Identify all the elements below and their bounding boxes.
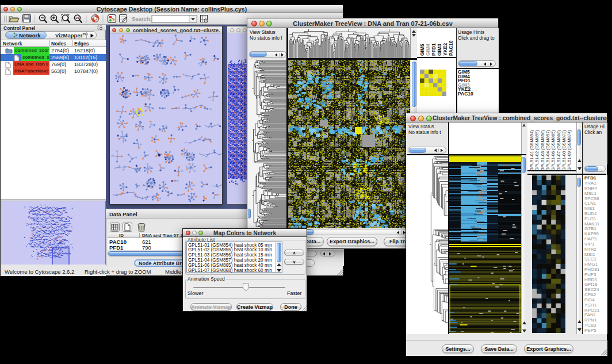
svg-text:HMG1: HMG1 <box>584 262 598 267</box>
svg-text:MSI1: MSI1 <box>584 252 595 257</box>
svg-text:RPO21: RPO21 <box>584 308 600 313</box>
svg-text:YKE2: YKE2 <box>442 43 448 56</box>
svg-text:HRD3: HRD3 <box>584 277 597 282</box>
svg-text:ELG1: ELG1 <box>584 216 596 221</box>
svg-text:PAC10: PAC10 <box>448 40 454 56</box>
svg-text:GPI16: GPI16 <box>584 282 598 287</box>
svg-text:PEP5: PEP5 <box>584 328 596 333</box>
svg-text:GPL51-09 (GSM874): GPL51-09 (GSM874) <box>567 130 572 171</box>
svg-text:YSH1: YSH1 <box>584 302 596 308</box>
svg-text:SEC24: SEC24 <box>584 287 599 292</box>
svg-text:HAP3: HAP3 <box>584 236 596 242</box>
svg-text:GPL51-04 (GSM857): GPL51-04 (GSM857) <box>545 130 550 171</box>
svg-text:VIP1: VIP1 <box>584 242 595 247</box>
svg-text:GIM3: GIM3 <box>437 44 442 56</box>
svg-text:GPL51-07 (GSM868): GPL51-07 (GSM868) <box>556 130 561 171</box>
svg-text:CPA2: CPA2 <box>584 292 596 297</box>
svg-text:PUF3: PUF3 <box>584 272 596 277</box>
svg-text:GPL51-02 (GSM855): GPL51-02 (GSM855) <box>534 130 540 171</box>
svg-text:GPL51-01 (GSM854): GPL51-01 (GSM854) <box>529 130 534 171</box>
svg-text:PAN1: PAN1 <box>584 312 596 317</box>
svg-text:GIM4: GIM4 <box>425 44 431 56</box>
svg-text:RNR4: RNR4 <box>584 186 597 191</box>
svg-text:GPL51-08 (GSM872): GPL51-08 (GSM872) <box>561 130 567 171</box>
svg-text:Search:: Search: <box>132 16 152 22</box>
svg-text:PFD1: PFD1 <box>431 43 437 56</box>
svg-text:SEC1: SEC1 <box>584 256 596 262</box>
svg-text:GPL51-06 (GSM865): GPL51-06 (GSM865) <box>550 130 556 171</box>
svg-text:FIG4: FIG4 <box>584 297 595 302</box>
svg-text:NIS1: NIS1 <box>584 206 595 211</box>
svg-text:GPL51-03 (GSM856): GPL51-03 (GSM856) <box>540 130 545 171</box>
svg-text:PHO81: PHO81 <box>584 267 600 272</box>
svg-text:TCB3: TCB3 <box>584 323 596 328</box>
svg-text:MSL1: MSL1 <box>584 191 596 196</box>
svg-text:SPC98: SPC98 <box>584 196 599 201</box>
svg-text:PFD1: PFD1 <box>584 175 596 181</box>
svg-text:NTR2: NTR2 <box>584 247 596 252</box>
svg-text:GIM5: GIM5 <box>419 44 425 56</box>
svg-text:RPN1: RPN1 <box>584 317 597 323</box>
svg-text:CLN1: CLN1 <box>584 201 596 206</box>
svg-text:BUD4: BUD4 <box>584 211 597 216</box>
svg-text:1:1: 1:1 <box>75 16 79 20</box>
svg-text:MON2: MON2 <box>584 333 598 334</box>
svg-text:KAP95: KAP95 <box>584 231 599 236</box>
svg-text:MAK31: MAK31 <box>584 221 600 227</box>
svg-text:YRA1: YRA1 <box>584 181 596 186</box>
svg-text:GTB1: GTB1 <box>584 226 596 231</box>
